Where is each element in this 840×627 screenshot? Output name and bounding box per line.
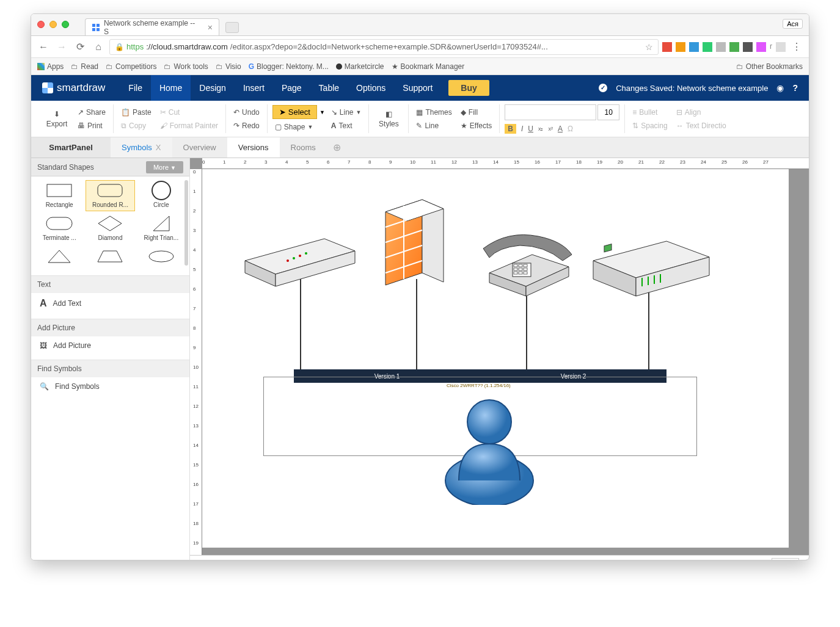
menu-insert[interactable]: Insert [235, 75, 273, 101]
menu-options[interactable]: Options [348, 75, 394, 101]
ext-icon[interactable] [743, 42, 753, 52]
zoom-thumb[interactable] [695, 560, 701, 561]
browser-tab[interactable]: Network scheme example -- S × [85, 18, 219, 35]
share-button[interactable]: ↗Share [75, 107, 108, 118]
themes-button[interactable]: ▦Themes [414, 107, 454, 118]
line-tool-button[interactable]: ↘Line▼ [329, 107, 364, 118]
bookmark-folder[interactable]: 🗀Work tools [164, 62, 208, 71]
profile-badge[interactable]: Ася [783, 19, 803, 29]
add-text-button[interactable]: AAdd Text [31, 293, 189, 314]
select-tool-button[interactable]: ➤Select [272, 105, 317, 119]
menu-page[interactable]: Page [273, 75, 310, 101]
bookmark-folder[interactable]: 🗀Visio [216, 62, 241, 71]
ext-icon[interactable] [716, 42, 726, 52]
scrollbar-thumb[interactable] [184, 180, 188, 266]
bookmark-star-icon[interactable]: ☆ [645, 42, 653, 52]
italic-button[interactable]: I [521, 125, 523, 133]
format-painter-button[interactable]: 🖌Format Painter [158, 120, 221, 131]
more-shapes-button[interactable]: More ▼ [146, 161, 183, 173]
bullet-button[interactable]: ≡Bullet [630, 107, 670, 118]
add-tab-button[interactable]: ⊕ [327, 137, 348, 158]
tab-rooms[interactable]: Rooms [280, 137, 327, 158]
omega-button[interactable]: Ω [568, 125, 573, 133]
network-switch-icon[interactable] [239, 224, 361, 291]
ext-icon[interactable] [729, 42, 739, 52]
print-button[interactable]: 🖶Print [75, 120, 108, 131]
shape-trapezoid[interactable] [86, 246, 134, 267]
shape-ellipse[interactable] [137, 246, 186, 267]
drawing-page[interactable]: Version 1 Version 2 Cisco 2WRRT?? (1.1.2… [202, 169, 789, 548]
menu-home[interactable]: Home [151, 75, 191, 101]
line-style-button[interactable]: ✎Line [414, 120, 454, 131]
forward-button[interactable]: → [54, 42, 69, 53]
ext-icon[interactable] [662, 42, 672, 52]
shape-rectangle[interactable]: Rectangle [35, 180, 84, 211]
cut-button[interactable]: ✂Cut [158, 107, 221, 118]
tab-versions[interactable]: Versions [227, 137, 280, 158]
ext-icon[interactable]: r [770, 42, 772, 52]
copy-button[interactable]: ⧉Copy [119, 120, 154, 131]
buy-button[interactable]: Buy [448, 80, 489, 96]
export-button[interactable]: ⬇Export [42, 104, 71, 133]
bold-button[interactable]: B [505, 124, 516, 134]
shape-triangle[interactable] [35, 246, 84, 267]
home-button[interactable]: ⌂ [91, 42, 106, 53]
fill-button[interactable]: ◆Fill [458, 107, 494, 118]
find-symbols-button[interactable]: 🔍Find Symbols [31, 377, 189, 396]
router-icon[interactable] [581, 230, 715, 310]
fullscreen-window-button[interactable] [62, 21, 69, 28]
font-size-input[interactable] [597, 104, 619, 120]
minimize-window-button[interactable] [49, 21, 57, 28]
zoom-value[interactable]: 75% [772, 558, 799, 560]
reload-button[interactable]: ⟳ [73, 41, 87, 53]
tab-overview[interactable]: Overview [172, 137, 227, 158]
undo-button[interactable]: ↶Undo [231, 107, 262, 118]
styles-button[interactable]: ◧Styles [374, 104, 403, 133]
shape-rounded-rectangle[interactable]: Rounded R... [86, 180, 134, 211]
superscript-button[interactable]: x² [548, 126, 553, 132]
underline-button[interactable]: U [528, 125, 533, 133]
text-tool-button[interactable]: AText [329, 120, 364, 131]
ext-icon[interactable] [703, 42, 712, 52]
menu-support[interactable]: Support [394, 75, 441, 101]
close-window-button[interactable] [37, 21, 45, 28]
font-family-input[interactable] [505, 104, 596, 120]
brand-logo[interactable]: smartdraw [31, 82, 120, 94]
menu-file[interactable]: File [120, 75, 151, 101]
shape-circle[interactable]: Circle [137, 180, 186, 211]
bookmark-item[interactable]: Marketcircle [336, 62, 384, 71]
bookmark-folder[interactable]: 🗀Competitiors [106, 62, 156, 71]
ext-icon[interactable] [776, 42, 786, 52]
menu-button[interactable]: ⋮ [789, 41, 804, 53]
paste-button[interactable]: 📋Paste [119, 107, 154, 118]
apps-button[interactable]: Apps [37, 62, 64, 71]
font-color-button[interactable]: A [558, 125, 563, 133]
shape-right-triangle[interactable]: Right Trian... [137, 213, 186, 244]
new-tab-button[interactable] [225, 22, 239, 33]
add-picture-button[interactable]: 🖼Add Picture [31, 336, 189, 355]
menu-design[interactable]: Design [191, 75, 235, 101]
chevron-down-icon[interactable]: ▼ [320, 109, 325, 115]
tab-close-icon[interactable]: X [156, 143, 161, 152]
shape-diamond[interactable]: Diamond [86, 213, 134, 244]
text-direction-button[interactable]: ↔Text Directio [674, 120, 729, 131]
bookmark-item[interactable]: G Blogger: Nektony. M... [249, 62, 329, 71]
back-button[interactable]: ← [36, 42, 51, 53]
bookmark-item[interactable]: ★ Bookmark Manager [392, 62, 465, 71]
firewall-icon[interactable] [373, 194, 459, 297]
ext-icon[interactable] [689, 42, 699, 52]
tab-symbols[interactable]: SymbolsX [111, 137, 172, 158]
menu-table[interactable]: Table [310, 75, 348, 101]
other-bookmarks[interactable]: 🗀Other Bookmarks [736, 62, 803, 71]
redo-button[interactable]: ↷Redo [231, 120, 262, 131]
spacing-button[interactable]: ⇅Spacing [630, 120, 670, 131]
help-icon[interactable]: ? [792, 83, 798, 93]
phone-icon[interactable] [471, 218, 581, 303]
ext-icon[interactable] [756, 42, 766, 52]
shape-tool-button[interactable]: ▢Shape▼ [272, 121, 325, 132]
connector-line[interactable] [300, 279, 301, 371]
shape-terminate[interactable]: Terminate ... [35, 213, 84, 244]
notifications-icon[interactable]: ◉ [776, 83, 784, 93]
address-bar[interactable]: 🔒 https://cloud.smartdraw.com/editor.asp… [109, 39, 659, 55]
ext-icon[interactable] [676, 42, 685, 52]
